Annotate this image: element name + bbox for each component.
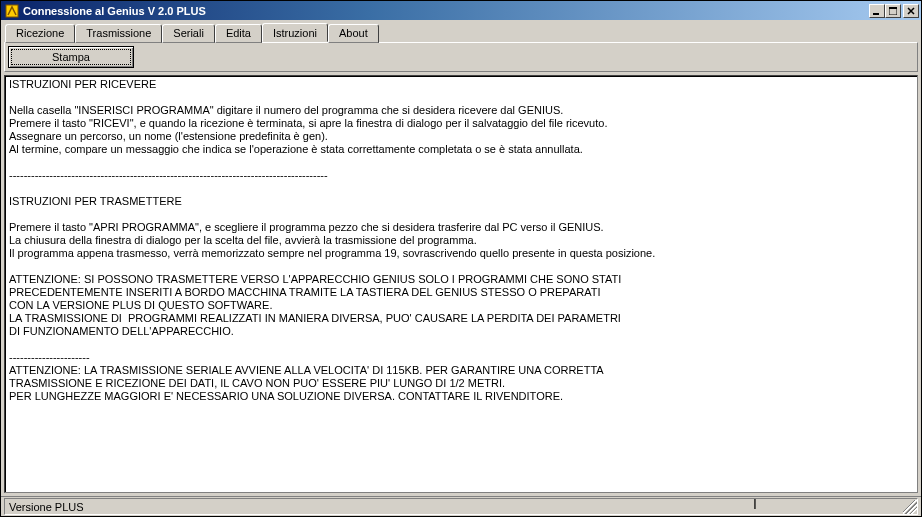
instructions-text: ISTRUZIONI PER RICEVERE Nella casella "I…: [4, 75, 918, 493]
tab-about[interactable]: About: [328, 24, 379, 43]
statusbar: Versione PLUS I: [1, 496, 921, 516]
tab-ricezione[interactable]: Ricezione: [5, 24, 75, 43]
svg-rect-3: [889, 7, 897, 9]
tab-trasmissione[interactable]: Trasmissione: [75, 24, 162, 43]
minimize-button[interactable]: [869, 4, 885, 18]
window-title: Connessione al Genius V 2.0 PLUS: [23, 5, 869, 17]
svg-rect-1: [873, 13, 879, 15]
tabbar: Ricezione Trasmissione Seriali Edita Ist…: [1, 20, 921, 42]
tab-seriali[interactable]: Seriali: [162, 24, 215, 43]
app-window: Connessione al Genius V 2.0 PLUS Ricezio…: [0, 0, 922, 517]
resize-grip-icon[interactable]: [903, 500, 917, 514]
status-version-label: Versione PLUS: [9, 501, 84, 513]
toolbar: Stampa: [4, 42, 918, 72]
close-button[interactable]: [903, 4, 919, 18]
tab-edita[interactable]: Edita: [215, 24, 262, 43]
titlebar[interactable]: Connessione al Genius V 2.0 PLUS: [1, 1, 921, 20]
status-version: Versione PLUS I: [4, 498, 918, 515]
maximize-button[interactable]: [885, 4, 901, 18]
text-cursor-icon: I: [753, 496, 757, 512]
window-controls: [869, 4, 919, 18]
tab-istruzioni[interactable]: Istruzioni: [262, 23, 328, 42]
stampa-button[interactable]: Stampa: [8, 46, 134, 68]
app-icon: [4, 3, 20, 19]
